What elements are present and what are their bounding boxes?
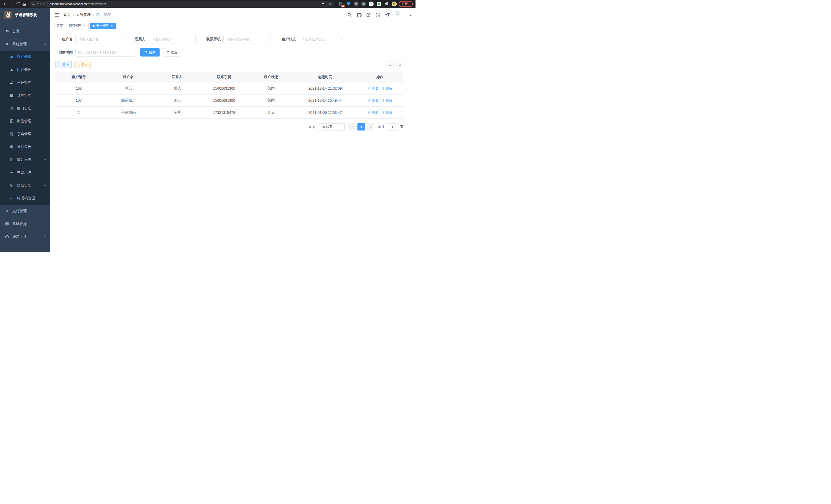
browser-back-button[interactable]	[3, 1, 9, 7]
puzzle-extensions-icon[interactable]	[384, 2, 389, 6]
address-bar[interactable]: 不安全 dashboard.yudao.iocoder.cn/system/te…	[29, 1, 334, 7]
y-logo-extension-icon[interactable]: Y	[369, 2, 374, 6]
header-tenant-name: 租户名	[102, 72, 154, 82]
broadcast-icon	[10, 171, 14, 175]
add-button[interactable]: 新增	[55, 61, 72, 68]
sidebar-item-tenant[interactable]: 租户管理	[0, 51, 50, 63]
help-icon[interactable]	[366, 12, 371, 17]
search-icon[interactable]	[347, 12, 352, 17]
fullscreen-icon[interactable]	[376, 12, 380, 17]
mobile-input[interactable]	[223, 35, 271, 43]
url-domain: dashboard.yudao.iocoder.cn	[50, 2, 87, 5]
chat-extension-icon[interactable]	[376, 2, 381, 6]
prev-page-button[interactable]: ‹	[348, 123, 356, 130]
tenant-name-label: 租户名	[55, 37, 73, 41]
sidebar-item-pay[interactable]: 支付管理	[0, 205, 50, 217]
chevron-up-icon	[44, 42, 47, 46]
sidebar-item-home[interactable]: 首页	[0, 25, 50, 38]
close-icon[interactable]: ×	[110, 24, 114, 28]
create-time-range-picker[interactable]: 开始日期 - 结束日期	[75, 48, 135, 57]
github-icon[interactable]	[357, 12, 361, 17]
balloon-extension-icon[interactable]	[346, 2, 351, 6]
page-size-select[interactable]: 10条/页	[319, 123, 345, 130]
close-icon[interactable]: ×	[83, 24, 86, 28]
cell-tenant-id: 108	[55, 82, 102, 94]
delete-link[interactable]: 删除	[382, 110, 393, 115]
trash-icon	[382, 87, 385, 90]
toggle-search-icon[interactable]	[386, 61, 394, 68]
avatar[interactable]	[395, 10, 406, 20]
profile-avatar-icon[interactable]	[392, 2, 397, 6]
sidebar-item-dict[interactable]: 字典管理	[0, 128, 50, 141]
sidebar-item-sms[interactable]: 短信管理	[0, 179, 50, 192]
user-icon	[10, 68, 14, 72]
top-navbar: 首页 / 系统管理 / 租户管理	[50, 8, 416, 22]
pagination-total: 共 3 条	[305, 125, 315, 129]
share-icon[interactable]	[321, 2, 325, 6]
export-button[interactable]: 导出	[74, 61, 91, 68]
next-page-button[interactable]: ›	[367, 123, 374, 130]
cell-tenant-id: 1	[55, 106, 102, 118]
avatar-dropdown-caret-icon[interactable]	[409, 15, 412, 18]
breadcrumb-home[interactable]: 首页	[63, 12, 71, 17]
table-toolbar: 新增 导出	[55, 61, 403, 68]
trash-icon	[382, 99, 385, 102]
font-size-icon[interactable]	[385, 12, 390, 17]
sidebar-item-user[interactable]: 用户管理	[0, 63, 50, 76]
tab-dept[interactable]: 部门管理×	[66, 23, 89, 29]
sidebar-item-notice[interactable]: 通知公告	[0, 141, 50, 153]
tenant-status-select[interactable]: 请选择租户状态	[298, 35, 346, 43]
tab-tenant[interactable]: 租户管理×	[90, 23, 116, 29]
search-button[interactable]: 搜索	[140, 48, 160, 57]
edit-link[interactable]: 修改	[368, 86, 378, 91]
sidebar-item-error-code[interactable]: 错误码管理	[0, 192, 50, 205]
cell-status: 关闭	[249, 82, 294, 94]
sidebar-item-dev-tools[interactable]: 研发工具	[0, 230, 50, 243]
browser-forward-button[interactable]	[9, 1, 15, 7]
dashboard-icon	[5, 29, 9, 33]
refresh-icon	[166, 51, 169, 54]
refresh-table-icon[interactable]	[396, 61, 403, 68]
sidebar-item-infra[interactable]: 基础设施	[0, 217, 50, 230]
goto-page-input[interactable]	[387, 123, 398, 130]
security-label: 不安全	[36, 2, 46, 6]
sidebar-item-online-user[interactable]: 在线用户	[0, 166, 50, 179]
current-page-button[interactable]: 1	[357, 123, 365, 130]
breadcrumb-system[interactable]: 系统管理	[76, 12, 91, 17]
logo-image	[4, 11, 12, 19]
delete-link[interactable]: 删除	[382, 98, 393, 103]
sidebar-item-role[interactable]: 角色管理	[0, 76, 50, 89]
gear-icon	[5, 42, 9, 46]
sidebar-item-audit-log[interactable]: 审计日志	[0, 153, 50, 166]
bookmark-star-icon[interactable]: ☆	[328, 2, 332, 6]
edit-link[interactable]: 修改	[368, 110, 378, 115]
header-tenant-id: 租户编号	[55, 72, 102, 82]
browser-reload-button[interactable]	[15, 1, 21, 7]
tenant-name-input[interactable]	[75, 35, 123, 43]
pencil-icon	[368, 111, 371, 114]
command-extension-icon[interactable]: ⌘	[354, 2, 359, 6]
delete-link[interactable]: 删除	[382, 86, 393, 91]
capture-extension-icon[interactable]: 10	[338, 2, 343, 6]
monitor-icon	[5, 222, 9, 226]
chrome-update-button[interactable]: 更新	[399, 1, 413, 7]
extensions-area: 10 ⌘ Y	[338, 2, 397, 6]
shield-icon	[10, 183, 14, 187]
toolbox-icon	[5, 235, 9, 239]
cell-tenant-id: 107	[55, 94, 102, 106]
edit-link[interactable]: 修改	[368, 98, 378, 103]
table-row: 108 测试 测试 15601691300 关闭 2021-12-14 21:0…	[55, 82, 403, 94]
recorder-extension-icon[interactable]	[361, 2, 366, 6]
contact-label: 联系人	[131, 37, 145, 41]
reset-button[interactable]: 重置	[162, 48, 181, 57]
sidebar-collapse-icon[interactable]	[55, 12, 60, 18]
browser-home-button[interactable]	[21, 1, 27, 7]
contact-input[interactable]	[148, 35, 196, 43]
sidebar-item-system[interactable]: 系统管理	[0, 38, 50, 51]
active-dot	[92, 25, 94, 27]
sidebar-item-dept[interactable]: 部门管理	[0, 102, 50, 115]
tab-home[interactable]: 首页	[54, 23, 65, 29]
sidebar-item-post[interactable]: 岗位管理	[0, 115, 50, 128]
sidebar-item-menu[interactable]: 菜单管理	[0, 89, 50, 102]
cell-created: 2021-01-05 17:03:47	[294, 106, 356, 118]
